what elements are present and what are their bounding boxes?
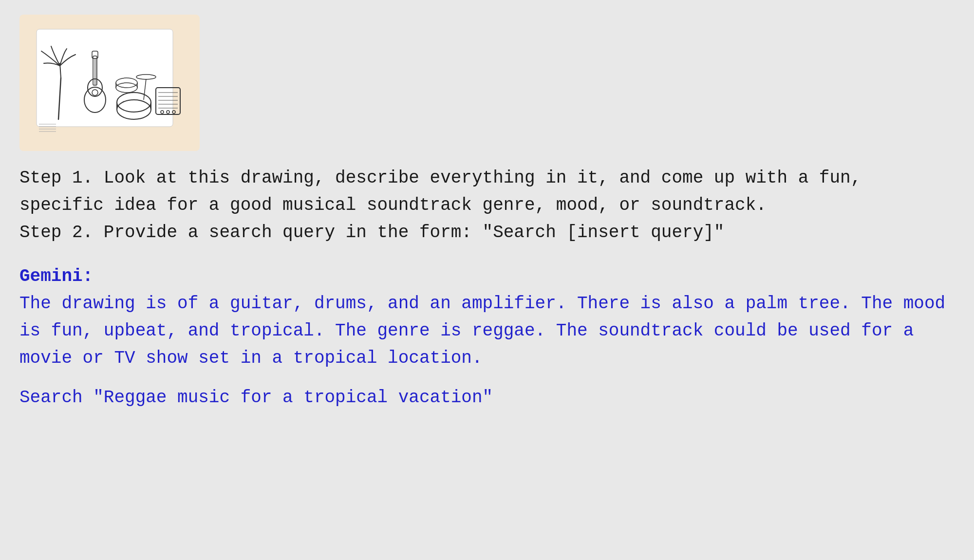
- gemini-section: Gemini: The drawing is of a guitar, drum…: [19, 266, 955, 407]
- svg-rect-0: [37, 29, 173, 127]
- prompt-step1: Step 1. Look at this drawing, describe e…: [19, 165, 955, 219]
- page-container: Step 1. Look at this drawing, describe e…: [19, 15, 955, 545]
- prompt-step2: Step 2. Provide a search query in the fo…: [19, 219, 955, 246]
- gemini-label: Gemini:: [19, 266, 955, 286]
- gemini-response: The drawing is of a guitar, drums, and a…: [19, 290, 955, 372]
- image-section: [19, 15, 955, 151]
- prompt-section: Step 1. Look at this drawing, describe e…: [19, 165, 955, 246]
- sketch-image: [19, 15, 200, 151]
- sketch-svg: [32, 24, 187, 141]
- search-query: Search "Reggae music for a tropical vaca…: [19, 388, 955, 408]
